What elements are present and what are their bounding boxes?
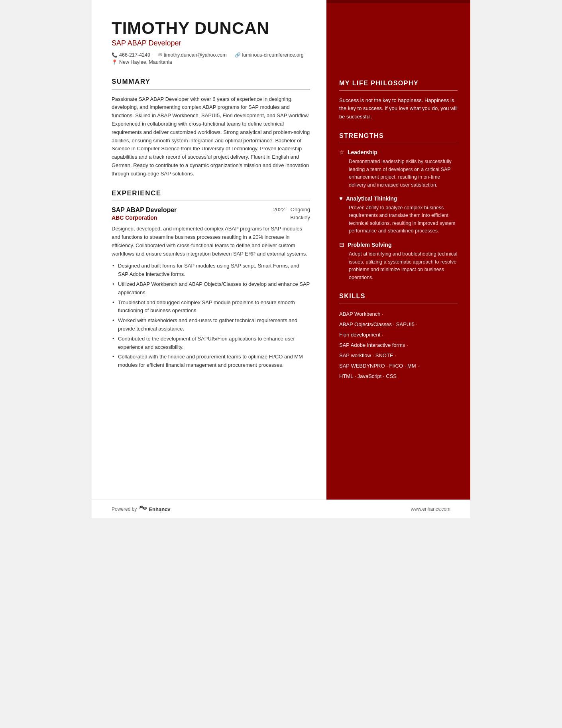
bullet-5: Contributed to the development of SAPUI5…: [112, 335, 310, 352]
skills-list: ABAP Workbench · ABAP Objects/Classes · …: [339, 309, 458, 382]
strength-1-header: ☆ Leadership: [339, 149, 458, 156]
bullet-2: Utilized ABAP Workbench and ABAP Objects…: [112, 280, 310, 297]
strength-1: ☆ Leadership Demonstrated leadership ski…: [339, 149, 458, 189]
website-item: 🔗 luminous-circumference.org: [235, 52, 304, 58]
footer: Powered by Enhancv www.enhancv.com: [92, 500, 470, 518]
job-dates: 2022 – Ongoing: [273, 207, 310, 212]
phone-item: 📞 466-217-4249: [112, 52, 150, 58]
left-column: TIMOTHY DUNCAN SAP ABAP Developer 📞 466-…: [92, 0, 326, 518]
bullet-6: Collaborated with the finance and procur…: [112, 353, 310, 370]
job-title: SAP ABAP Developer: [112, 207, 177, 214]
powered-by: Powered by Enhancv: [112, 506, 171, 513]
contact-info: 📞 466-217-4249 ✉ timothy.duncan@yahoo.co…: [112, 52, 310, 65]
resume-page: TIMOTHY DUNCAN SAP ABAP Developer 📞 466-…: [92, 0, 470, 518]
philosophy-divider: [339, 90, 458, 91]
skill-line-6: SAP WEBDYNPRO · FI/CO · MM ·: [339, 361, 458, 371]
job-description: Designed, developed, and implemented com…: [112, 225, 310, 258]
footer-url: www.enhancv.com: [411, 506, 450, 512]
analytical-icon: ♥: [339, 195, 343, 202]
philosophy-text: Success is not the key to happiness. Hap…: [339, 96, 458, 121]
philosophy-title: MY LIFE PHILOSOPHY: [339, 80, 458, 87]
candidate-title: SAP ABAP Developer: [112, 39, 310, 47]
phone-icon: 📞: [112, 52, 118, 58]
location-text: New Haylee, Mauritania: [119, 59, 172, 65]
strength-2-header: ♥ Analytical Thinking: [339, 195, 458, 202]
strength-2: ♥ Analytical Thinking Proven ability to …: [339, 195, 458, 235]
company-name: ABC Corporation: [112, 214, 157, 221]
skill-line-1: ABAP Workbench ·: [339, 309, 458, 319]
strength-3-header: ⊟ Problem Solving: [339, 241, 458, 248]
skill-line-3: Fiori development ·: [339, 330, 458, 340]
candidate-name: TIMOTHY DUNCAN: [112, 19, 310, 37]
link-icon: 🔗: [235, 52, 241, 58]
strengths-title: STRENGTHS: [339, 132, 458, 140]
strength-1-desc: Demonstrated leadership skills by succes…: [339, 158, 458, 189]
location-icon: 📍: [112, 59, 118, 65]
leadership-icon: ☆: [339, 149, 344, 156]
strengths-divider: [339, 143, 458, 144]
summary-text: Passionate SAP ABAP Developer with over …: [112, 95, 310, 178]
bullet-1: Designed and built forms for SAP modules…: [112, 262, 310, 279]
experience-section: EXPERIENCE SAP ABAP Developer 2022 – Ong…: [112, 189, 310, 370]
skill-line-4: SAP Adobe interactive forms ·: [339, 340, 458, 350]
philosophy-section: MY LIFE PHILOSOPHY Success is not the ke…: [339, 80, 458, 121]
skill-line-7: HTML · JavaScript · CSS: [339, 371, 458, 382]
strength-2-desc: Proven ability to analyze complex busine…: [339, 204, 458, 235]
logo-text: Enhancv: [149, 506, 170, 512]
skills-section: SKILLS ABAP Workbench · ABAP Objects/Cla…: [339, 293, 458, 382]
strength-2-name: Analytical Thinking: [346, 195, 397, 202]
job-bullets: Designed and built forms for SAP modules…: [112, 262, 310, 370]
strength-3: ⊟ Problem Solving Adept at identifying a…: [339, 241, 458, 281]
company-row: ABC Corporation Brackley: [112, 214, 310, 221]
logo-icon: [139, 506, 147, 513]
phone-number: 466-217-4249: [119, 52, 150, 58]
email-icon: ✉: [158, 52, 162, 58]
strength-3-desc: Adept at identifying and troubleshooting…: [339, 250, 458, 281]
experience-title: EXPERIENCE: [112, 189, 310, 197]
skill-line-5: SAP workflow · SNOTE ·: [339, 350, 458, 361]
summary-title: SUMMARY: [112, 78, 310, 86]
right-column: MY LIFE PHILOSOPHY Success is not the ke…: [326, 0, 470, 518]
job-location: Brackley: [290, 214, 310, 221]
strength-1-name: Leadership: [348, 149, 377, 155]
powered-by-label: Powered by: [112, 506, 137, 512]
location-item: 📍 New Haylee, Mauritania: [112, 59, 172, 65]
strength-3-name: Problem Solving: [348, 242, 391, 248]
header: TIMOTHY DUNCAN SAP ABAP Developer 📞 466-…: [112, 19, 310, 65]
job-header: SAP ABAP Developer 2022 – Ongoing: [112, 207, 310, 214]
summary-divider: [112, 89, 310, 90]
email-address: timothy.duncan@yahoo.com: [164, 52, 227, 58]
experience-divider: [112, 201, 310, 201]
skills-title: SKILLS: [339, 293, 458, 300]
bullet-3: Troubleshot and debugged complex SAP mod…: [112, 299, 310, 315]
skills-divider: [339, 303, 458, 304]
problem-solving-icon: ⊟: [339, 241, 344, 248]
skill-line-2: ABAP Objects/Classes · SAPUI5 ·: [339, 319, 458, 330]
summary-section: SUMMARY Passionate SAP ABAP Developer wi…: [112, 78, 310, 178]
enhancv-logo: Enhancv: [139, 506, 170, 513]
strengths-section: STRENGTHS ☆ Leadership Demonstrated lead…: [339, 132, 458, 281]
website-url: luminous-circumference.org: [242, 52, 304, 58]
bullet-4: Worked with stakeholders and end-users t…: [112, 317, 310, 333]
email-item: ✉ timothy.duncan@yahoo.com: [158, 52, 227, 58]
